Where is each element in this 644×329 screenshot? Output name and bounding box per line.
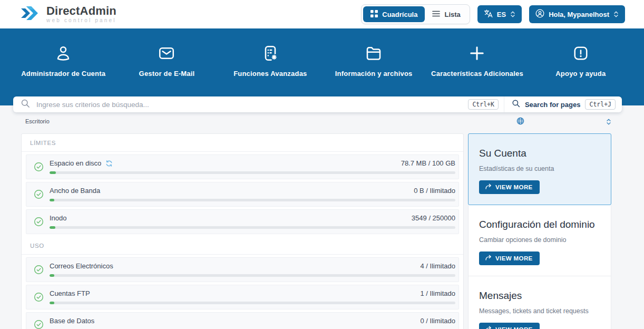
- header-actions: Cuadrícula Lista: [361, 4, 625, 24]
- search-main-section: Ctrl+K: [13, 96, 504, 112]
- card-your-account: Su Cuenta Estadísticas de su cuenta VIEW…: [468, 133, 611, 205]
- refresh-icon[interactable]: [105, 160, 113, 167]
- nav-item-account-manager[interactable]: Administrador de Cuenta: [12, 43, 115, 78]
- nav-label: Características Adicionales: [431, 70, 523, 78]
- card-title: Configuración del dominio: [479, 217, 600, 233]
- card-subtitle: Messages, tickets and ticket requests: [479, 307, 600, 315]
- search-shortcut-badge: Ctrl+K: [468, 99, 499, 110]
- view-toggle-group: Cuadrícula Lista: [361, 4, 470, 24]
- nav-item-extra-features[interactable]: Características Adicionales: [425, 43, 529, 78]
- list-view-button[interactable]: Lista: [425, 6, 467, 22]
- redirect-arrow-icon: [485, 325, 492, 329]
- stat-value: 3549 / 250000: [412, 214, 455, 222]
- progress-bar: [50, 302, 455, 304]
- progress-bar: [50, 171, 455, 174]
- global-search-bar: Ctrl+K Search for pages Ctrl+J: [13, 96, 622, 112]
- stat-row-inode: Inodo 3549 / 250000: [26, 209, 459, 234]
- list-icon: [432, 11, 440, 18]
- nav-item-email-manager[interactable]: Gestor de E-Mail: [115, 43, 218, 78]
- check-circle-icon: [32, 320, 50, 329]
- check-circle-icon: [32, 292, 50, 302]
- folder-icon: [364, 43, 383, 63]
- directadmin-logo-icon: [20, 3, 41, 25]
- mail-icon: [157, 43, 176, 63]
- nav-item-support-help[interactable]: Apoyo y ayuda: [529, 43, 632, 78]
- globe-icon: [516, 117, 524, 127]
- card-domain-setup: Configuración del dominio Cambiar opcion…: [468, 205, 611, 276]
- document-gear-icon: [261, 43, 280, 63]
- check-circle-icon: [32, 265, 50, 275]
- quick-links-sidebar: Su Cuenta Estadísticas de su cuenta VIEW…: [468, 133, 611, 329]
- section-title-limits: LÍMITES: [22, 134, 463, 152]
- nav-item-info-files[interactable]: Información y archivos: [322, 43, 425, 78]
- stat-label: Inodo: [50, 214, 67, 222]
- nav-label: Administrador de Cuenta: [21, 70, 105, 78]
- nav-label: Apoyo y ayuda: [555, 70, 606, 78]
- redirect-arrow-icon: [485, 183, 492, 191]
- domain-selector[interactable]: [516, 117, 611, 127]
- progress-bar: [50, 226, 455, 229]
- grid-icon: [370, 10, 378, 19]
- main-nav-band: Administrador de Cuenta Gestor de E-Mail: [0, 28, 644, 105]
- stat-value: 1 / Ilimitado: [421, 289, 455, 297]
- progress-fill: [50, 199, 54, 201]
- language-selector-button[interactable]: ES: [477, 5, 522, 23]
- search-pages-label: Search for pages: [525, 101, 581, 109]
- stat-value: 78.7 MB / 100 GB: [401, 159, 455, 167]
- stat-row-emails: Correos Electrónicos 4 / Ilimitado: [26, 257, 459, 282]
- stat-row-bandwidth: Ancho de Banda 0 B / Ilimitado: [26, 182, 459, 207]
- view-more-button[interactable]: VIEW MORE: [479, 180, 540, 194]
- section-title-usage: USO: [22, 237, 463, 255]
- list-view-label: Lista: [444, 11, 460, 18]
- chevron-sort-icon: [606, 118, 611, 125]
- language-label: ES: [497, 11, 506, 18]
- progress-bar: [50, 199, 455, 201]
- plus-icon: [467, 43, 486, 63]
- breadcrumb[interactable]: Escritorio: [25, 118, 50, 124]
- search-input[interactable]: [36, 101, 462, 109]
- stat-label: Cuentas FTP: [50, 289, 90, 297]
- progress-fill: [50, 226, 55, 229]
- stat-label: Espacio en disco: [50, 159, 101, 167]
- search-icon: [512, 99, 520, 110]
- stat-label: Correos Electrónicos: [50, 262, 113, 270]
- progress-fill: [50, 274, 54, 277]
- check-circle-icon: [32, 189, 50, 199]
- nav-label: Gestor de E-Mail: [139, 70, 195, 78]
- grid-view-button[interactable]: Cuadrícula: [363, 6, 425, 22]
- stat-row-ftp: Cuentas FTP 1 / Ilimitado: [26, 285, 459, 309]
- search-icon: [21, 99, 30, 110]
- chevron-sort-icon: [510, 11, 515, 18]
- stat-value: 4 / Ilimitado: [421, 262, 455, 270]
- view-more-button[interactable]: VIEW MORE: [479, 251, 540, 265]
- directadmin-logo[interactable]: DirectAdmin web control panel: [20, 3, 116, 25]
- nav-item-advanced-features[interactable]: Funciones Avanzadas: [219, 43, 322, 78]
- view-more-label: VIEW MORE: [495, 255, 533, 262]
- logo-text: DirectAdmin web control panel: [46, 5, 116, 23]
- card-subtitle: Estadísticas de su cuenta: [479, 165, 600, 172]
- chevron-sort-icon: [613, 11, 619, 18]
- stat-row-disk-space: Espacio en disco 78.7 MB / 100 GB: [26, 154, 459, 179]
- stat-label: Base de Datos: [50, 317, 94, 325]
- nav-label: Información y archivos: [335, 70, 413, 78]
- brand-name: DirectAdmin: [46, 5, 116, 17]
- user-menu-button[interactable]: Hola, Mypanelhost: [529, 5, 625, 23]
- search-pages-section[interactable]: Search for pages Ctrl+J: [504, 96, 622, 112]
- stat-value: 0 / Ilimitado: [421, 317, 455, 325]
- main-nav: Administrador de Cuenta Gestor de E-Mail: [0, 28, 644, 78]
- stat-row-database: Base de Datos 0 / Ilimitado: [26, 312, 459, 329]
- view-more-label: VIEW MORE: [495, 326, 533, 329]
- card-title: Su Cuenta: [479, 146, 600, 161]
- progress-fill: [50, 302, 54, 304]
- stat-label: Ancho de Banda: [50, 187, 100, 195]
- check-circle-icon: [32, 217, 50, 227]
- nav-label: Funciones Avanzadas: [233, 70, 307, 78]
- redirect-arrow-icon: [485, 254, 492, 262]
- user-circle-icon: [535, 9, 544, 20]
- grid-view-label: Cuadrícula: [382, 11, 417, 18]
- view-more-button[interactable]: VIEW MORE: [479, 323, 540, 329]
- card-subtitle: Cambiar opciones de dominio: [479, 236, 600, 244]
- progress-bar: [50, 274, 455, 277]
- stat-value: 0 B / Ilimitado: [414, 187, 455, 195]
- view-more-label: VIEW MORE: [495, 184, 533, 190]
